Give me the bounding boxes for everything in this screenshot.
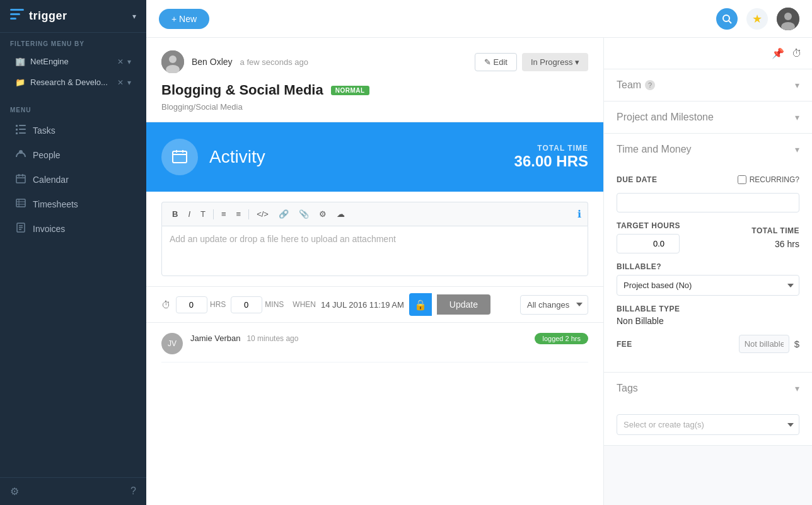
svg-point-28 xyxy=(169,55,177,63)
priority-badge: NORMAL xyxy=(331,86,369,95)
text-button[interactable]: T xyxy=(197,207,209,221)
log-time: 10 minutes ago xyxy=(246,334,298,343)
sidebar-item-invoices[interactable]: Invoices xyxy=(10,217,136,240)
filter-label: FILTERING MENU BY xyxy=(10,40,136,47)
mins-label: MINS xyxy=(265,300,284,309)
svg-rect-30 xyxy=(173,151,187,163)
activity-log: JV Jamie Verban 10 minutes ago logged 2 … xyxy=(146,323,603,373)
tag-select[interactable]: Select or create tag(s) xyxy=(617,414,799,435)
sidebar-item-tasks-label: Tasks xyxy=(33,125,55,136)
billable-type-value: Non Billable xyxy=(617,316,799,326)
svg-rect-6 xyxy=(19,129,26,130)
target-hours-input[interactable] xyxy=(617,234,680,253)
lock-button[interactable]: 🔒 xyxy=(409,293,432,316)
hrs-label: HRS xyxy=(210,300,226,309)
link-button[interactable]: 🔗 xyxy=(275,207,293,221)
sidebar-item-calendar[interactable]: Calendar xyxy=(10,168,136,191)
log-author: Jamie Verban xyxy=(190,334,241,343)
filter-item-research[interactable]: 📁 Research & Develo... ✕ ▾ xyxy=(10,73,136,91)
fee-input[interactable] xyxy=(739,335,789,353)
tasks-icon xyxy=(15,124,26,136)
due-date-input[interactable] xyxy=(617,193,799,212)
bold-button[interactable]: B xyxy=(168,207,182,221)
app-name: trigger xyxy=(29,9,67,23)
filter2-chevron-icon[interactable]: ▾ xyxy=(127,78,131,87)
time-money-title: Time and Money xyxy=(617,144,692,155)
edit-button[interactable]: ✎ Edit xyxy=(475,53,517,71)
tags-header[interactable]: Tags ▾ xyxy=(604,373,812,404)
ul-button[interactable]: ≡ xyxy=(218,207,230,221)
changes-filter[interactable]: All changes xyxy=(520,295,588,315)
task-title-row: Blogging & Social Media NORMAL xyxy=(161,82,588,98)
hours-input[interactable] xyxy=(176,296,207,313)
task-actions: ✎ Edit In Progress ▾ xyxy=(475,53,588,71)
task-header: Ben Oxley a few seconds ago ✎ Edit In Pr… xyxy=(146,38,603,122)
calendar-icon xyxy=(15,173,26,185)
filter-research-label: Research & Develo... xyxy=(30,78,108,87)
user-avatar[interactable] xyxy=(777,8,799,30)
filter-chevron-icon[interactable]: ▾ xyxy=(127,57,131,66)
task-meta: Ben Oxley a few seconds ago ✎ Edit In Pr… xyxy=(161,50,588,73)
svg-point-22 xyxy=(723,15,729,21)
task-author-name: Ben Oxley xyxy=(192,57,233,67)
logo-chevron-icon[interactable]: ▾ xyxy=(132,12,136,21)
due-date-label: DUE DATE xyxy=(617,175,730,184)
help-icon[interactable]: ? xyxy=(130,485,136,497)
tags-chevron-icon: ▾ xyxy=(795,383,799,393)
sidebar-item-people-label: People xyxy=(33,150,61,160)
fee-currency: $ xyxy=(794,339,799,349)
settings-icon[interactable]: ⚙ xyxy=(10,485,19,497)
billable-type-row: BILLABLE TYPE Non Billable xyxy=(617,305,799,326)
svg-rect-8 xyxy=(19,132,26,134)
filter-close-icon[interactable]: ✕ xyxy=(117,57,124,66)
sidebar-item-invoices-label: Invoices xyxy=(33,224,65,234)
log-badge: logged 2 hrs xyxy=(535,333,588,344)
when-label: WHEN xyxy=(293,300,316,309)
pin-icon[interactable]: 📌 xyxy=(772,47,784,59)
project-milestone-title: Project and Milestone xyxy=(617,112,714,123)
tags-section: Tags ▾ Select or create tag(s) xyxy=(604,373,812,446)
filter-netengine-label: NetEngine xyxy=(30,57,69,66)
svg-point-25 xyxy=(784,13,792,20)
sidebar-item-tasks[interactable]: Tasks xyxy=(10,119,136,142)
stopwatch-icon[interactable]: ⏱ xyxy=(792,48,802,59)
search-button[interactable] xyxy=(716,8,738,30)
attach-button[interactable]: 📎 xyxy=(295,207,313,221)
ol-button[interactable]: ≡ xyxy=(233,207,245,221)
new-button[interactable]: + New xyxy=(159,9,209,29)
team-section-header[interactable]: Team ? ▾ xyxy=(604,69,812,101)
editor-body[interactable]: Add an update or drop a file here to upl… xyxy=(161,226,588,276)
mins-input[interactable] xyxy=(231,296,262,313)
sidebar-item-people[interactable]: People xyxy=(10,143,136,166)
project-milestone-header[interactable]: Project and Milestone ▾ xyxy=(604,102,812,133)
time-money-header[interactable]: Time and Money ▾ xyxy=(604,134,812,165)
status-button[interactable]: In Progress ▾ xyxy=(522,53,588,71)
main-content: + New ★ Ben Oxley a few seconds ago xyxy=(146,0,812,505)
filter2-close-icon[interactable]: ✕ xyxy=(117,78,124,87)
svg-rect-0 xyxy=(10,9,24,11)
cloud-button[interactable]: ☁ xyxy=(333,207,349,221)
when-value: 14 JUL 2016 11:19 AM xyxy=(321,300,404,310)
team-section: Team ? ▾ xyxy=(604,69,812,102)
filter-section: FILTERING MENU BY 🏢 NetEngine ✕ ▾ 📁 Rese… xyxy=(0,33,146,102)
update-button[interactable]: Update xyxy=(437,294,490,315)
filter-item-netengine[interactable]: 🏢 NetEngine ✕ ▾ xyxy=(10,52,136,71)
time-money-chevron-icon: ▾ xyxy=(795,144,799,154)
time-money-body: DUE DATE RECURRING? TARGET HOURS xyxy=(604,165,812,372)
italic-button[interactable]: I xyxy=(184,207,194,221)
total-time-static-label: TOTAL TIME xyxy=(751,226,799,235)
sidebar-item-calendar-label: Calendar xyxy=(33,175,69,185)
svg-rect-3 xyxy=(16,125,18,127)
svg-rect-14 xyxy=(16,199,25,207)
favorites-button[interactable]: ★ xyxy=(746,8,768,30)
code-button[interactable]: </> xyxy=(253,207,272,221)
time-money-section: Time and Money ▾ DUE DATE RECURRING? xyxy=(604,134,812,373)
recurring-checkbox[interactable] xyxy=(738,175,746,184)
activity-banner: Activity TOTAL TIME 36.00 HRS xyxy=(146,122,603,192)
more-button[interactable]: ⚙ xyxy=(315,207,330,221)
billable-select[interactable]: Project based (No) Yes No xyxy=(617,275,799,296)
editor-toolbar: B I T ≡ ≡ </> 🔗 📎 ⚙ ☁ ℹ xyxy=(161,202,588,226)
svg-rect-2 xyxy=(10,18,16,20)
tags-body: Select or create tag(s) xyxy=(604,404,812,445)
sidebar-item-timesheets[interactable]: Timesheets xyxy=(10,192,136,216)
